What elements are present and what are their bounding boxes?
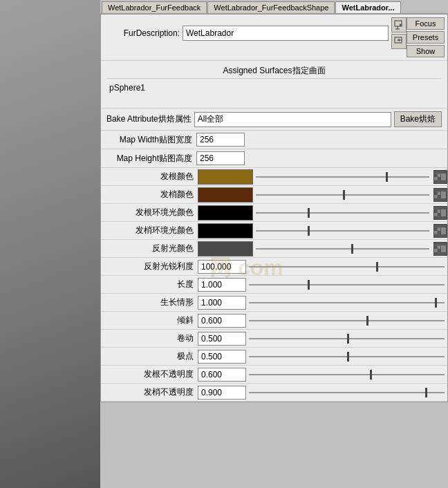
slider-track-7 <box>249 302 445 303</box>
map-height-input[interactable] <box>196 151 245 165</box>
slider-area-11[interactable] <box>246 374 447 375</box>
tab-2[interactable]: WetLabrador... <box>335 1 400 13</box>
slider-track-9 <box>249 338 445 339</box>
prop-value-10[interactable] <box>198 350 246 364</box>
prop-row-0: 发根颜色 <box>101 168 447 186</box>
prop-row-4: 反射光颜色 <box>101 240 447 258</box>
prop-value-11[interactable] <box>198 368 246 382</box>
presets-button[interactable]: Presets <box>407 31 445 44</box>
slider-area-2[interactable] <box>253 212 432 214</box>
main-panel: FurDescription: <box>100 14 448 402</box>
slider-thumb-10 <box>347 352 349 362</box>
slider-area-7[interactable] <box>246 302 447 303</box>
map-width-input[interactable] <box>196 133 245 147</box>
bake-attribute-row: Bake Attribute烘焙属性 Bake烘焙 <box>101 109 447 131</box>
bake-attribute-label: Bake Attribute烘焙属性 <box>106 113 192 125</box>
surface-item-0[interactable]: pSphere1 <box>106 82 442 94</box>
fur-description-area: FurDescription: <box>104 17 407 49</box>
slider-track-5 <box>249 266 445 268</box>
slider-thumb-11 <box>370 370 372 379</box>
prop-value-8[interactable] <box>198 314 246 328</box>
slider-area-4[interactable] <box>253 248 432 250</box>
prop-value-5[interactable] <box>198 260 246 274</box>
prop-row-10: 极点 <box>101 348 447 366</box>
slider-area-9[interactable] <box>246 338 447 339</box>
focus-button[interactable]: Focus <box>407 17 445 30</box>
color-swatch-2[interactable] <box>198 205 253 220</box>
slider-track-1 <box>256 194 429 196</box>
slider-track-8 <box>249 320 445 321</box>
prop-row-2: 发根环境光颜色 <box>101 204 447 222</box>
prop-label-6: 长度 <box>101 277 198 292</box>
slider-thumb-6 <box>308 280 310 290</box>
svg-rect-11 <box>434 191 438 195</box>
svg-rect-12 <box>438 195 441 198</box>
svg-rect-9 <box>438 177 441 180</box>
slider-area-12[interactable] <box>246 392 447 393</box>
prop-row-8: 倾斜 <box>101 312 447 330</box>
map-btn-1[interactable] <box>433 188 447 202</box>
bake-attribute-input[interactable] <box>194 112 391 127</box>
left-panel <box>0 0 100 488</box>
fur-description-input[interactable] <box>183 26 389 41</box>
prop-label-7: 生长情形 <box>101 295 198 310</box>
prop-value-9[interactable] <box>198 332 246 346</box>
assigned-surfaces-section: Assigned Surfaces指定曲面 pSphere1 <box>101 61 447 109</box>
tab-0[interactable]: WetLabrador_FurFeedback <box>102 1 207 13</box>
svg-rect-14 <box>434 209 438 213</box>
slider-track-4 <box>256 248 429 250</box>
slider-thumb-3 <box>308 226 310 236</box>
prop-row-6: 长度 <box>101 276 447 294</box>
svg-rect-17 <box>434 227 438 231</box>
color-swatch-0[interactable] <box>198 169 253 185</box>
prop-label-2: 发根环境光颜色 <box>101 205 198 220</box>
tab-bar: WetLabrador_FurFeedback WetLabrador_FurF… <box>100 0 448 14</box>
slider-area-1[interactable] <box>253 194 432 196</box>
export-icon-btn[interactable] <box>391 34 407 49</box>
prop-label-4: 反射光颜色 <box>101 241 198 256</box>
right-buttons: Focus Presets Show <box>407 17 445 57</box>
slider-thumb-8 <box>366 316 368 326</box>
prop-row-12: 发梢不透明度 <box>101 384 447 402</box>
svg-rect-18 <box>438 231 441 234</box>
prop-row-9: 卷动 <box>101 330 447 348</box>
slider-area-8[interactable] <box>246 320 447 321</box>
slider-track-0 <box>256 176 429 178</box>
prop-label-10: 极点 <box>101 349 198 364</box>
prop-value-7[interactable] <box>198 296 246 310</box>
slider-area-3[interactable] <box>253 230 432 232</box>
color-swatch-4[interactable] <box>198 241 253 256</box>
properties-table: 发根颜色 发梢颜色 发根环境光颜色 发梢环境光颜色 反射光颜色 反射光锐利度长度… <box>101 168 447 402</box>
prop-value-6[interactable] <box>198 278 246 292</box>
svg-rect-20 <box>434 245 438 249</box>
prop-value-12[interactable] <box>198 386 246 400</box>
prop-row-7: 生长情形 <box>101 294 447 312</box>
slider-area-5[interactable] <box>246 266 447 268</box>
map-btn-2[interactable] <box>433 206 447 220</box>
slider-area-10[interactable] <box>246 356 447 357</box>
show-button[interactable]: Show <box>407 45 445 57</box>
map-width-label: Map Width贴图宽度 <box>106 134 196 146</box>
tab-1[interactable]: WetLabrador_FurFeedbackShape <box>207 1 335 13</box>
slider-thumb-12 <box>425 388 427 397</box>
prop-label-0: 发根颜色 <box>101 169 198 184</box>
map-btn-0[interactable] <box>433 170 447 184</box>
import-icon-btn[interactable] <box>391 17 407 32</box>
slider-thumb-2 <box>308 208 310 218</box>
color-swatch-3[interactable] <box>198 223 253 238</box>
slider-area-6[interactable] <box>246 284 447 285</box>
slider-track-2 <box>256 212 429 214</box>
map-btn-3[interactable] <box>433 224 447 238</box>
prop-label-5: 反射光锐利度 <box>101 259 198 274</box>
slider-track-12 <box>249 392 445 393</box>
prop-label-1: 发梢颜色 <box>101 187 198 202</box>
map-height-row: Map Height贴图高度 <box>101 149 447 168</box>
bake-button[interactable]: Bake烘焙 <box>394 111 442 127</box>
prop-row-11: 发根不透明度 <box>101 366 447 384</box>
svg-rect-15 <box>438 213 441 216</box>
color-swatch-1[interactable] <box>198 187 253 203</box>
slider-thumb-9 <box>347 334 349 344</box>
slider-area-0[interactable] <box>253 176 432 178</box>
map-width-row: Map Width贴图宽度 <box>101 131 447 149</box>
map-btn-4[interactable] <box>433 242 447 256</box>
